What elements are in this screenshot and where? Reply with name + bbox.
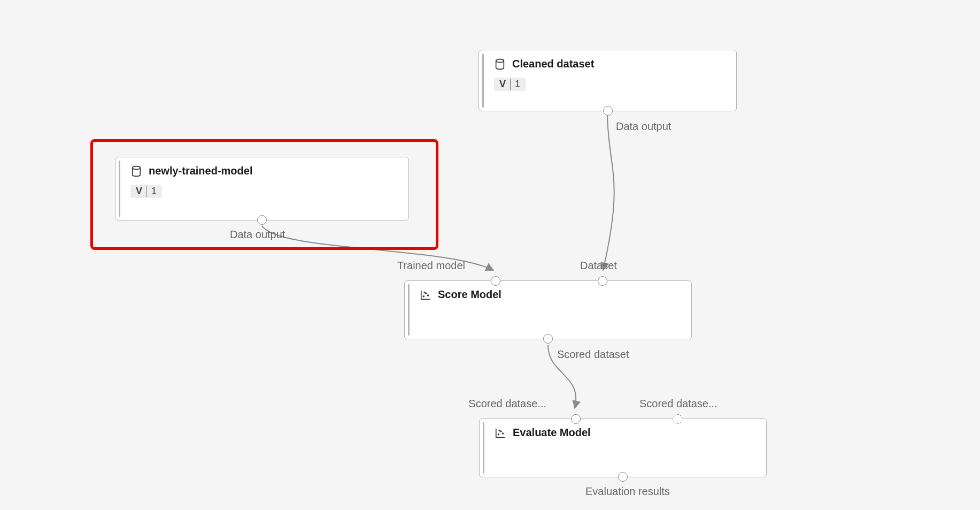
svg-point-7 xyxy=(500,431,501,432)
scatter-icon xyxy=(495,427,506,439)
output-port[interactable] xyxy=(543,334,553,344)
port-label-evaluation-results: Evaluation results xyxy=(585,485,670,498)
database-icon xyxy=(494,58,506,70)
svg-point-0 xyxy=(496,59,504,62)
svg-point-9 xyxy=(499,430,500,431)
port-label-trained-model: Trained model xyxy=(397,260,465,272)
node-score-model[interactable]: Score Model xyxy=(404,280,692,339)
svg-point-8 xyxy=(503,433,504,434)
input-port-scored-right[interactable] xyxy=(673,414,682,424)
port-label-data-output: Data output xyxy=(616,120,671,133)
port-label-scored-dataset: Scored dataset xyxy=(557,348,629,361)
input-port-dataset[interactable] xyxy=(598,276,607,286)
svg-point-5 xyxy=(424,292,425,293)
highlight-box xyxy=(90,139,438,250)
node-evaluate-model[interactable]: Evaluate Model xyxy=(479,418,767,477)
node-title: Evaluate Model xyxy=(513,427,591,439)
node-title: Score Model xyxy=(438,288,501,301)
node-cleaned-dataset[interactable]: Cleaned dataset V 1 xyxy=(479,50,737,111)
svg-point-4 xyxy=(428,295,429,296)
node-title: Cleaned dataset xyxy=(512,58,594,70)
version-badge: V 1 xyxy=(494,78,526,91)
svg-point-2 xyxy=(423,295,424,296)
input-port-scored-left[interactable] xyxy=(571,414,581,424)
port-label-dataset: Dataset xyxy=(580,260,617,272)
port-label-scored-right: Scored datase... xyxy=(639,398,717,410)
scatter-icon xyxy=(420,289,431,301)
pipeline-canvas[interactable]: Cleaned dataset V 1 Data output newly-tr… xyxy=(0,0,980,510)
svg-point-6 xyxy=(498,433,499,435)
output-port[interactable] xyxy=(603,106,613,116)
output-port[interactable] xyxy=(618,472,628,482)
input-port-trained-model[interactable] xyxy=(491,276,500,286)
svg-point-3 xyxy=(426,293,427,294)
port-label-scored-left: Scored datase... xyxy=(468,398,546,410)
